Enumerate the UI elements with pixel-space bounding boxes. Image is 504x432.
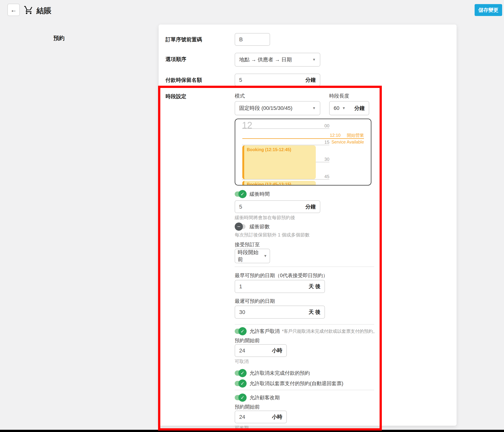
duration-label: 時段長度: [329, 93, 369, 99]
option-order-value: 地點 → 供應者 → 日期: [239, 56, 292, 63]
tick-line-45: [242, 179, 329, 180]
check-icon: ✓: [241, 191, 244, 197]
tick-line-00: [242, 128, 329, 129]
tick-line-30: [316, 162, 329, 162]
accept-until-label: 接受預訂至: [235, 241, 457, 248]
allow-cancel-note: *客戶只能取消未完成付款或以套票支付的預約。: [282, 328, 377, 334]
service-start-line: [242, 138, 364, 139]
checkout-settings-page: { "icons": { "back": "←", "caret": "▼", …: [0, 0, 504, 432]
mode-select[interactable]: 固定時段 (00/15/30/45) ▼: [235, 101, 320, 115]
buffer-slots-row: − 緩衝節數: [235, 222, 457, 231]
allow-cancel-unpaid-toggle[interactable]: ✓: [235, 369, 247, 377]
earliest-date-label: 最早可預約的日期（0代表接受即日預約）: [235, 272, 457, 279]
tick-line-15: [242, 145, 329, 145]
save-changes-button[interactable]: 儲存變更: [475, 4, 502, 16]
tick-label-45: 45: [242, 174, 329, 179]
allow-cancel-package-toggle[interactable]: ✓: [235, 379, 247, 388]
cancel-before-label: 預約開始前: [235, 337, 457, 344]
reschedule-before-label: 預約開始前: [235, 404, 457, 410]
mode-value: 固定時段 (00/15/30/45): [239, 105, 292, 112]
check-icon: ✓: [241, 328, 244, 334]
divider: [235, 390, 374, 390]
duration-select[interactable]: 60 ▼ 分鐘: [329, 101, 369, 115]
timeslot-section-label: 時段設定: [159, 93, 235, 431]
page-title: 結賬: [36, 6, 51, 16]
minus-icon: −: [237, 223, 241, 230]
buffer-slots-toggle[interactable]: −: [235, 222, 247, 231]
buffer-time-row: ✓ 緩衝時間: [235, 190, 457, 198]
allow-cancel-package-label: 允許取消以套票支付的預約(自動退回套票): [250, 380, 343, 387]
tick-label-00: 00: [242, 123, 329, 128]
arrow-left-icon: ←: [10, 6, 17, 14]
buffer-time-unit: 分鐘: [305, 203, 316, 210]
cancel-before-unit: 小時: [272, 347, 282, 354]
chevron-down-icon: ▼: [312, 58, 316, 62]
section-label-booking: 預約: [53, 34, 64, 42]
check-icon: ✓: [241, 370, 244, 376]
check-icon: ✓: [241, 381, 244, 387]
divider: [235, 266, 374, 267]
buffer-slots-helper: 每次預訂後保留額外 1 個或多個節數: [235, 232, 457, 238]
duration-unit: 分鐘: [354, 105, 365, 112]
timeslot-section: 時段設定 模式 固定時段 (00/15/30/45) ▼ 時段長度 60 ▼ 分: [159, 93, 457, 431]
accept-until-value: 時段開始前: [238, 249, 263, 263]
tick-label-15: 15: [242, 140, 329, 145]
allow-cancel-row: ✓ 允許客戶取消 *客戶只能取消未完成付款或以套票支付的預約。: [235, 327, 457, 335]
shopping-cart-icon: [23, 5, 34, 15]
allow-cancel-unpaid-row: ✓ 允許取消未完成付款的預約: [235, 369, 457, 377]
accept-until-select[interactable]: 時段開始前 ▼: [235, 249, 270, 263]
latest-date-label: 最遲可預約的日期: [235, 298, 457, 304]
allow-reschedule-row: ✓ 允許顧客改期: [235, 394, 457, 402]
divider: [235, 324, 374, 325]
booking-block-2: Booking (12:45-13:15): [242, 181, 316, 185]
allow-reschedule-toggle[interactable]: ✓: [235, 394, 247, 402]
chevron-down-icon: ▼: [263, 254, 267, 258]
check-icon: ✓: [241, 395, 244, 401]
duration-value: 60: [334, 105, 339, 111]
chevron-down-icon: ▼: [342, 106, 346, 110]
reschedule-before-unit: 小時: [272, 414, 282, 421]
cancel-helper: 可取消: [235, 358, 457, 364]
chevron-down-icon: ▼: [312, 106, 316, 110]
allow-cancel-label: 允許客戶取消: [250, 328, 280, 335]
allow-reschedule-label: 允許顧客改期: [250, 394, 280, 401]
order-prefix-row: 訂單序號前置碼: [159, 33, 457, 46]
buffer-time-label: 緩衝時間: [250, 191, 270, 197]
payment-hold-row: 付款時保留名額 分鐘: [159, 74, 457, 86]
order-prefix-label: 訂單序號前置碼: [159, 33, 235, 46]
option-order-row: 選項順序 地點 → 供應者 → 日期 ▼: [159, 53, 457, 67]
buffer-slots-label: 緩衝節數: [250, 223, 270, 230]
open-time-label: 12:10開始營業: [242, 132, 364, 138]
back-button[interactable]: ←: [8, 4, 20, 16]
settings-card: 訂單序號前置碼 選項順序 地點 → 供應者 → 日期 ▼ 付款時保留名額 分鐘 …: [159, 25, 457, 426]
earliest-date-unit: 天 後: [308, 283, 320, 290]
allow-cancel-unpaid-label: 允許取消未完成付款的預約: [250, 370, 310, 376]
timeslot-preview-widget: 12 00 12:10開始營業 Service Available 15 Boo…: [235, 119, 371, 185]
payment-hold-unit: 分鐘: [305, 76, 316, 83]
payment-hold-label: 付款時保留名額: [159, 74, 235, 86]
buffer-time-toggle[interactable]: ✓: [235, 190, 247, 198]
buffer-time-helper: 緩衝時間將會加在每節預約後: [235, 214, 457, 221]
allow-cancel-toggle[interactable]: ✓: [235, 327, 247, 335]
booking-2-label: Booking (12:45-13:15): [247, 182, 316, 185]
option-order-select[interactable]: 地點 → 供應者 → 日期 ▼: [235, 53, 320, 67]
tick-label-30: 30: [242, 157, 329, 162]
option-order-label: 選項順序: [159, 53, 235, 67]
latest-date-unit: 天 後: [308, 309, 320, 316]
booking-1-label: Booking (12:15-12:45): [247, 147, 316, 152]
mode-label: 模式: [235, 93, 320, 99]
allow-cancel-package-row: ✓ 允許取消以套票支付的預約(自動退回套票): [235, 379, 457, 388]
order-prefix-input[interactable]: [235, 34, 270, 45]
bottom-black-bar: [0, 430, 504, 432]
